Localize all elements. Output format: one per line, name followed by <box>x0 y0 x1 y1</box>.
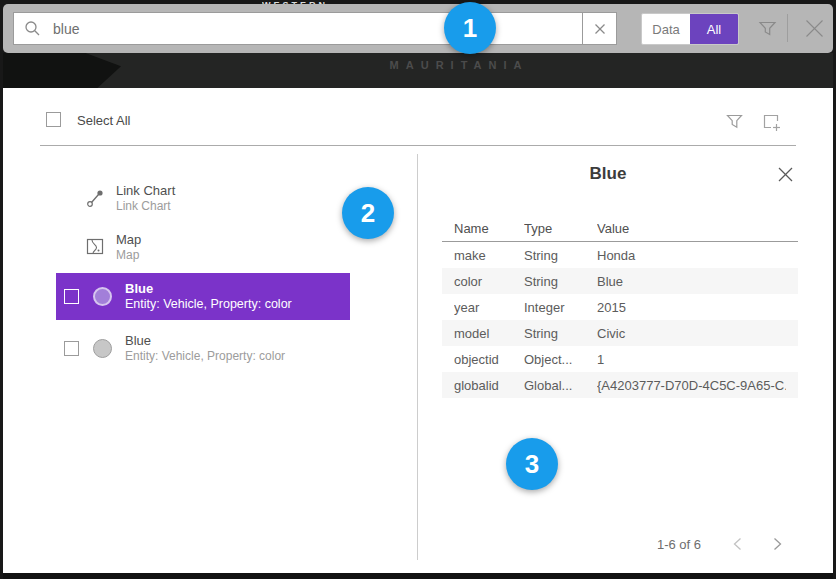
search-box <box>13 12 617 45</box>
table-row: objectid Object... 1 <box>442 346 798 372</box>
result-checkbox[interactable] <box>64 341 79 356</box>
result-item-map[interactable]: Map Map <box>85 229 141 265</box>
column-header: Type <box>524 221 597 236</box>
result-title: Map <box>116 232 141 247</box>
search-input[interactable] <box>41 21 582 37</box>
panel-divider <box>417 154 418 560</box>
search-scope-toggle: Data All <box>641 13 739 45</box>
result-item-link-chart[interactable]: Link Chart Link Chart <box>85 180 175 216</box>
add-to-new-icon <box>761 112 782 133</box>
callout-1: 1 <box>444 2 496 54</box>
cell-name: objectid <box>454 352 524 367</box>
cell-value: {A4203777-D70D-4C5C-9A65-C... <box>597 378 786 393</box>
map-background: MAURITANIA <box>3 53 833 88</box>
table-row: make String Honda <box>442 242 798 268</box>
header-divider <box>40 145 796 146</box>
scope-all-option[interactable]: All <box>690 14 738 44</box>
result-title: Link Chart <box>116 183 175 198</box>
cell-name: year <box>454 300 524 315</box>
cell-value: Blue <box>597 274 786 289</box>
map-icon <box>85 238 105 256</box>
cell-value: Honda <box>597 248 786 263</box>
cell-type: String <box>524 248 597 263</box>
close-icon <box>777 166 794 183</box>
cell-name: globalid <box>454 378 524 393</box>
cell-name: color <box>454 274 524 289</box>
entity-circle-icon <box>93 287 112 306</box>
search-toolbar: Data All <box>3 4 833 53</box>
detail-title: Blue <box>418 164 798 184</box>
cell-name: make <box>454 248 524 263</box>
toolbar-close-button[interactable] <box>797 12 831 44</box>
search-icon <box>24 20 41 37</box>
cell-value: 2015 <box>597 300 786 315</box>
cell-type: Object... <box>524 352 597 367</box>
table-header: Name Type Value <box>442 216 798 242</box>
results-filter-button[interactable] <box>721 109 747 133</box>
clear-search-button[interactable] <box>582 13 616 44</box>
cell-value: Civic <box>597 326 786 341</box>
search-results-panel: Select All Li <box>3 88 833 573</box>
column-header: Name <box>454 221 524 236</box>
link-chart-icon <box>85 189 105 208</box>
toolbar-filter-button[interactable] <box>751 9 783 47</box>
cell-type: Global... <box>524 378 597 393</box>
cell-value: 1 <box>597 352 786 367</box>
table-row: color String Blue <box>442 268 798 294</box>
callout-3: 3 <box>506 438 558 490</box>
result-item-blue[interactable]: Blue Entity: Vehicle, Property: color <box>56 325 350 372</box>
pagination-label: 1-6 of 6 <box>643 537 715 552</box>
result-item-blue-selected[interactable]: Blue Entity: Vehicle, Property: color <box>56 273 350 320</box>
filter-icon <box>726 113 743 130</box>
result-subtitle: Link Chart <box>116 199 175 214</box>
app-window: MAURITANIA WESTERN Select All <box>0 0 836 579</box>
scope-data-option[interactable]: Data <box>642 14 690 44</box>
clear-icon <box>594 23 606 35</box>
filter-icon <box>758 19 777 38</box>
cell-name: model <box>454 326 524 341</box>
result-title: Blue <box>125 333 285 348</box>
table-row: year Integer 2015 <box>442 294 798 320</box>
column-header: Value <box>597 221 786 236</box>
result-subtitle: Entity: Vehicle, Property: color <box>125 349 285 364</box>
callout-2: 2 <box>342 187 394 239</box>
cell-type: String <box>524 326 597 341</box>
result-subtitle: Entity: Vehicle, Property: color <box>125 297 292 312</box>
map-country-label: MAURITANIA <box>343 59 575 71</box>
pagination-next-button[interactable] <box>765 532 789 556</box>
select-all-checkbox[interactable] <box>46 112 61 127</box>
entity-circle-icon <box>93 339 112 358</box>
map-bottom-strip <box>3 573 833 579</box>
result-title: Blue <box>125 281 292 296</box>
table-row: globalid Global... {A4203777-D70D-4C5C-9… <box>442 372 798 398</box>
select-all-label: Select All <box>77 113 130 128</box>
toolbar-divider <box>787 14 788 42</box>
chevron-right-icon <box>773 537 782 551</box>
map-ocean <box>3 53 121 88</box>
close-icon <box>804 18 825 39</box>
table-row: model String Civic <box>442 320 798 346</box>
cell-type: String <box>524 274 597 289</box>
chevron-left-icon <box>733 537 742 551</box>
detail-close-button[interactable] <box>773 162 797 186</box>
pagination-prev-button[interactable] <box>725 532 749 556</box>
result-checkbox[interactable] <box>64 289 79 304</box>
property-table: Name Type Value make String Honda color … <box>442 216 798 398</box>
cell-type: Integer <box>524 300 597 315</box>
result-subtitle: Map <box>116 248 141 263</box>
add-to-new-button[interactable] <box>756 109 786 135</box>
